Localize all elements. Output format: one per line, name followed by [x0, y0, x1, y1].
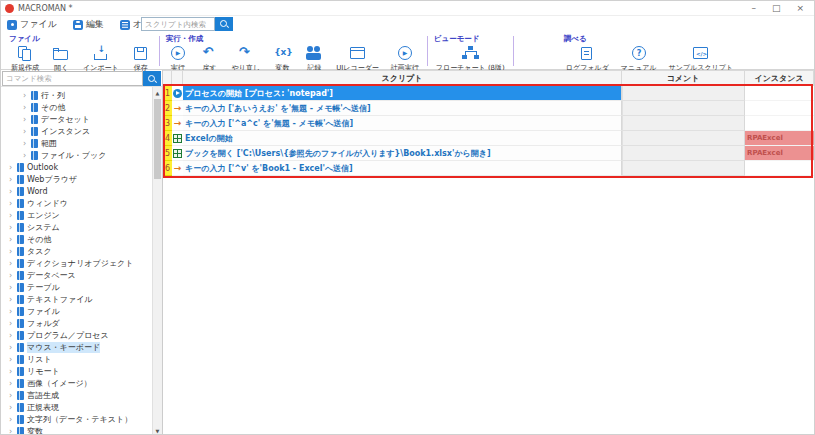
expand-chevron-icon[interactable]: ›: [9, 403, 17, 412]
command-search-input[interactable]: [2, 71, 143, 86]
script-row[interactable]: 2→キーの入力 ['あいうえお' を'無題 - メモ帳'へ送信]: [163, 101, 814, 116]
script-search-button[interactable]: [215, 17, 233, 31]
comment-cell[interactable]: [622, 116, 745, 131]
script-step-text[interactable]: キーの入力 ['^a^c' を'無題 - メモ帳'へ送信]: [183, 116, 622, 131]
script-row[interactable]: 1プロセスの開始 [プロセス: 'notepad']: [163, 86, 814, 101]
undo-button[interactable]: 戻す: [194, 45, 226, 73]
maximize-button[interactable]: □: [772, 1, 781, 16]
sidebar-item[interactable]: ›行・列: [1, 89, 162, 101]
sidebar-item[interactable]: ›変数: [1, 425, 162, 435]
expand-chevron-icon[interactable]: ›: [9, 343, 17, 352]
expand-chevron-icon[interactable]: ›: [9, 295, 17, 304]
sidebar-item[interactable]: ›テキストファイル: [1, 293, 162, 305]
sidebar-item[interactable]: ›インスタンス: [1, 125, 162, 137]
expand-chevron-icon[interactable]: ›: [9, 379, 17, 388]
minimize-button[interactable]: –: [751, 1, 756, 16]
expand-chevron-icon[interactable]: ›: [9, 355, 17, 364]
expand-chevron-icon[interactable]: ›: [23, 151, 31, 160]
sidebar-item-selected[interactable]: ›マウス・キーボード: [1, 341, 162, 353]
sidebar-item[interactable]: ›Webブラウザ: [1, 173, 162, 185]
log-folder-button[interactable]: ログフォルダ: [560, 45, 615, 73]
sidebar-item[interactable]: ›文字列（データ・テキスト）: [1, 413, 162, 425]
expand-chevron-icon[interactable]: ›: [9, 427, 17, 435]
sidebar-item[interactable]: ›データベース: [1, 269, 162, 281]
expand-chevron-icon[interactable]: ›: [9, 247, 17, 256]
sidebar-item[interactable]: ›ファイル・ブック: [1, 149, 162, 161]
expand-chevron-icon[interactable]: ›: [9, 367, 17, 376]
comment-cell[interactable]: [622, 86, 745, 101]
instance-cell[interactable]: [745, 101, 814, 116]
comment-cell[interactable]: [622, 146, 745, 161]
expand-chevron-icon[interactable]: ›: [9, 415, 17, 424]
scroll-down-icon[interactable]: ▼: [153, 425, 162, 435]
ui-recorder-button[interactable]: UIレコーダー: [330, 45, 385, 73]
command-search-button[interactable]: [143, 71, 161, 86]
expand-chevron-icon[interactable]: ›: [23, 103, 31, 112]
script-row[interactable]: 4Excelの開始RPAExcel: [163, 131, 814, 146]
save-button[interactable]: 保存: [125, 45, 157, 73]
sidebar-scrollbar[interactable]: ▲ ▼: [152, 87, 162, 435]
sidebar-item[interactable]: ›リスト: [1, 353, 162, 365]
expand-chevron-icon[interactable]: ›: [9, 211, 17, 220]
planned-run-button[interactable]: 計画実行: [385, 45, 425, 73]
sidebar-item[interactable]: ›エンジン: [1, 209, 162, 221]
sidebar-item[interactable]: ›画像（イメージ）: [1, 377, 162, 389]
expand-chevron-icon[interactable]: ›: [23, 139, 31, 148]
sidebar-item[interactable]: ›システム: [1, 221, 162, 233]
variables-button[interactable]: 変数: [266, 45, 298, 73]
instance-cell[interactable]: RPAExcel: [745, 146, 814, 161]
script-row[interactable]: 6→キーの入力 ['^v' を'Book1 - Excel'へ送信]: [163, 161, 814, 176]
new-script-button[interactable]: 新規作成: [5, 45, 45, 73]
expand-chevron-icon[interactable]: ›: [9, 199, 17, 208]
expand-chevron-icon[interactable]: ›: [9, 163, 17, 172]
script-step-text[interactable]: キーの入力 ['あいうえお' を'無題 - メモ帳'へ送信]: [183, 101, 622, 116]
sidebar-item[interactable]: ›リモート: [1, 365, 162, 377]
sidebar-item[interactable]: ›テーブル: [1, 281, 162, 293]
menu-edit[interactable]: 編集: [73, 18, 104, 31]
script-row[interactable]: 5ブックを開く ['C:\Users\{参照先のファイルが入ります}\Book1…: [163, 146, 814, 161]
menu-file[interactable]: ファイル: [7, 18, 57, 31]
instance-cell[interactable]: [745, 116, 814, 131]
expand-chevron-icon[interactable]: ›: [9, 331, 17, 340]
script-row[interactable]: 3→キーの入力 ['^a^c' を'無題 - メモ帳'へ送信]: [163, 116, 814, 131]
sidebar-item[interactable]: ›フォルダ: [1, 317, 162, 329]
open-button[interactable]: 開く: [45, 45, 77, 73]
flowchart-view-button[interactable]: フローチャート (β版): [430, 45, 511, 73]
scrollbar-thumb[interactable]: [154, 99, 161, 179]
sidebar-item[interactable]: ›プログラム／プロセス: [1, 329, 162, 341]
expand-chevron-icon[interactable]: ›: [9, 391, 17, 400]
sidebar-item[interactable]: ›正規表現: [1, 401, 162, 413]
instance-cell[interactable]: RPAExcel: [745, 131, 814, 146]
import-button[interactable]: インポート: [77, 45, 125, 73]
script-step-text[interactable]: キーの入力 ['^v' を'Book1 - Excel'へ送信]: [183, 161, 622, 176]
sidebar-item[interactable]: ›その他: [1, 101, 162, 113]
sidebar-item[interactable]: ›ファイル: [1, 305, 162, 317]
record-button[interactable]: 記録: [298, 45, 330, 73]
expand-chevron-icon[interactable]: ›: [9, 283, 17, 292]
sidebar-item[interactable]: ›タスク: [1, 245, 162, 257]
run-button[interactable]: 実行: [162, 45, 194, 73]
instance-cell[interactable]: [745, 86, 814, 101]
sidebar-item[interactable]: ›言語生成: [1, 389, 162, 401]
redo-button[interactable]: やり直し: [226, 45, 267, 73]
expand-chevron-icon[interactable]: ›: [9, 259, 17, 268]
expand-chevron-icon[interactable]: ›: [9, 319, 17, 328]
sidebar-item[interactable]: ›ウィンドウ: [1, 197, 162, 209]
manual-button[interactable]: マニュアル: [615, 45, 663, 73]
script-step-text[interactable]: ブックを開く ['C:\Users\{参照先のファイルが入ります}\Book1.…: [183, 146, 622, 161]
comment-cell[interactable]: [622, 161, 745, 176]
expand-chevron-icon[interactable]: ›: [23, 91, 31, 100]
expand-chevron-icon[interactable]: ›: [23, 115, 31, 124]
comment-cell[interactable]: [622, 101, 745, 116]
script-search-input[interactable]: [141, 17, 215, 31]
scroll-up-icon[interactable]: ▲: [153, 87, 162, 98]
script-step-text[interactable]: プロセスの開始 [プロセス: 'notepad']: [183, 86, 622, 101]
instance-cell[interactable]: [745, 161, 814, 176]
sidebar-item[interactable]: ›ディクショナリオブジェクト: [1, 257, 162, 269]
sidebar-item[interactable]: ›範囲: [1, 137, 162, 149]
script-step-text[interactable]: Excelの開始: [183, 131, 622, 146]
expand-chevron-icon[interactable]: ›: [23, 127, 31, 136]
expand-chevron-icon[interactable]: ›: [9, 235, 17, 244]
expand-chevron-icon[interactable]: ›: [9, 187, 17, 196]
sidebar-item[interactable]: ›その他: [1, 233, 162, 245]
